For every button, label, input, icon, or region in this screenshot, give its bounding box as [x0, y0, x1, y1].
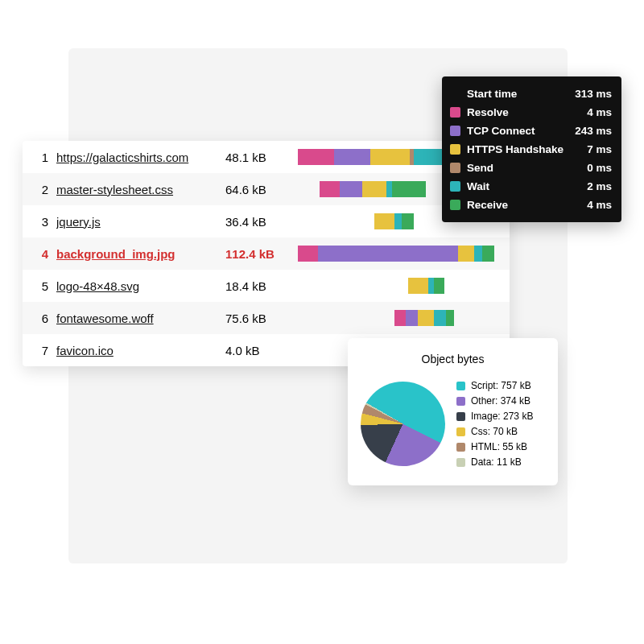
tooltip-value: 0 ms [587, 162, 612, 174]
timeline-segment [370, 149, 411, 165]
resource-link[interactable]: favicon.ico [56, 344, 225, 357]
tooltip-label: Wait [467, 180, 489, 192]
tooltip-value: 243 ms [575, 125, 612, 137]
table-row[interactable]: 6fontawesome.woff75.6 kB [23, 302, 510, 334]
legend-label: Image: 273 kB [471, 411, 533, 422]
legend-item: Script: 757 kB [456, 380, 533, 391]
resource-size: 112.4 kB [225, 247, 298, 261]
tooltip-row: Wait2 ms [450, 177, 612, 196]
timeline-segment [428, 278, 434, 294]
tooltip-value: 2 ms [587, 180, 612, 192]
tooltip-value: 4 ms [587, 106, 612, 118]
resource-link[interactable]: jquery.js [56, 215, 225, 229]
timeline-segment [408, 278, 428, 294]
table-row[interactable]: 2master-stylesheet.css64.6 kB [23, 173, 510, 205]
tooltip-value: 4 ms [587, 199, 612, 211]
pie-title: Object bytes [361, 353, 545, 365]
resource-link[interactable]: master-stylesheet.css [56, 183, 225, 196]
resource-size: 4.0 kB [225, 344, 298, 357]
tooltip-label: TCP Connect [467, 125, 535, 137]
resource-size: 18.4 kB [225, 279, 298, 293]
timeline-segment [392, 181, 426, 197]
tooltip-row: Send0 ms [450, 159, 612, 177]
legend-label: Script: 757 kB [471, 380, 531, 391]
legend-item: Css: 70 kB [456, 426, 533, 437]
tooltip-row: TCP Connect243 ms [450, 122, 612, 140]
row-index: 5 [34, 279, 48, 293]
tooltip-label: Resolve [467, 106, 509, 118]
resource-size: 64.6 kB [225, 183, 298, 196]
resource-size: 36.4 kB [225, 215, 298, 229]
object-bytes-card: Object bytes Script: 757 kBOther: 374 kB… [348, 338, 558, 485]
legend-item: Data: 11 kB [456, 456, 533, 468]
color-swatch [456, 382, 465, 390]
tooltip-row: Start time313 ms [450, 85, 612, 103]
table-row[interactable]: 1https://galacticshirts.com48.1 kB [23, 141, 510, 173]
legend-item: HTML: 55 kB [456, 441, 533, 452]
timing-tooltip: Start time313 msResolve4 msTCP Connect24… [442, 76, 621, 222]
resource-link[interactable]: background_img.jpg [56, 247, 225, 261]
pie-chart [361, 382, 445, 466]
timeline-segment [418, 310, 434, 326]
timeline-segment [334, 149, 370, 165]
legend-label: Data: 11 kB [471, 456, 522, 468]
color-swatch [450, 163, 460, 173]
timeline-segment [318, 246, 458, 262]
timeline-segment [458, 246, 474, 262]
row-index: 4 [34, 247, 48, 261]
table-row[interactable]: 5logo-48×48.svg18.4 kB [23, 270, 510, 302]
pie-legend: Script: 757 kBOther: 374 kBImage: 273 kB… [456, 380, 533, 468]
row-index: 1 [34, 151, 48, 164]
table-row[interactable]: 3jquery.js36.4 kB [23, 205, 510, 237]
timeline-segment [386, 181, 392, 197]
row-index: 7 [34, 344, 48, 357]
timeline-segment [340, 181, 361, 197]
row-index: 6 [34, 312, 48, 325]
waterfall-table: 1https://galacticshirts.com48.1 kB2maste… [23, 141, 510, 366]
tooltip-row: Resolve4 ms [450, 103, 612, 122]
color-swatch [450, 126, 460, 136]
color-swatch [450, 181, 460, 192]
tooltip-label: HTTPS Handshake [467, 143, 564, 155]
color-swatch [456, 443, 465, 452]
tooltip-value: 313 ms [575, 88, 612, 100]
color-swatch [450, 107, 460, 118]
legend-label: HTML: 55 kB [471, 441, 527, 452]
color-swatch [456, 427, 465, 436]
timeline-segment [374, 213, 394, 229]
color-swatch [450, 200, 460, 210]
timeline-bar[interactable] [298, 310, 498, 326]
timeline-bar[interactable] [298, 246, 498, 262]
timeline-segment [298, 246, 318, 262]
timeline-segment [446, 310, 454, 326]
table-row[interactable]: 4background_img.jpg112.4 kB [23, 237, 510, 270]
tooltip-label: Receive [467, 199, 508, 211]
resource-link[interactable]: https://galacticshirts.com [56, 151, 225, 164]
timeline-segment [320, 181, 340, 197]
color-swatch [456, 412, 465, 421]
timeline-segment [362, 181, 386, 197]
tooltip-label: Send [467, 162, 493, 174]
legend-label: Other: 374 kB [471, 395, 530, 407]
timeline-segment [474, 246, 482, 262]
tooltip-row: HTTPS Handshake7 ms [450, 140, 612, 159]
color-swatch [456, 458, 465, 467]
timeline-segment [298, 149, 334, 165]
tooltip-row: Receive4 ms [450, 196, 612, 214]
color-swatch [456, 397, 465, 406]
timeline-segment [482, 246, 494, 262]
tooltip-value: 7 ms [587, 143, 612, 155]
tooltip-label: Start time [467, 88, 517, 100]
resource-link[interactable]: logo-48×48.svg [56, 279, 225, 293]
row-index: 3 [34, 215, 48, 229]
timeline-segment [402, 213, 414, 229]
timeline-bar[interactable] [298, 278, 498, 294]
timeline-segment [434, 310, 446, 326]
row-index: 2 [34, 183, 48, 196]
resource-link[interactable]: fontawesome.woff [56, 312, 225, 325]
color-swatch [450, 144, 460, 155]
timeline-segment [434, 278, 444, 294]
legend-item: Image: 273 kB [456, 411, 533, 422]
resource-size: 48.1 kB [225, 151, 298, 164]
timeline-segment [406, 310, 418, 326]
